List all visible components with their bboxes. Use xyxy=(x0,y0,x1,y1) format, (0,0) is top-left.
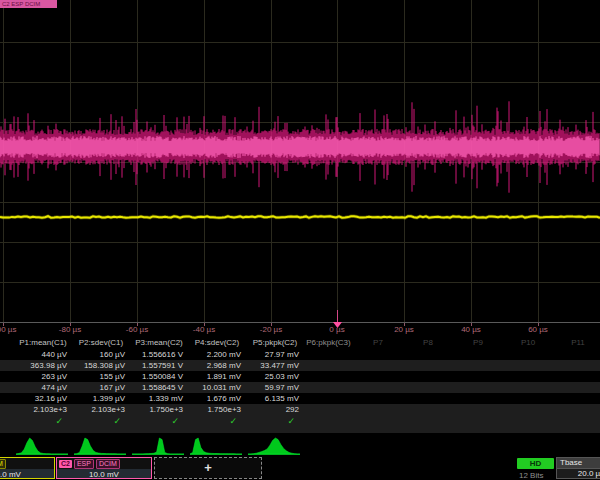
c1-vertical-scale: 50.0 mV xyxy=(0,469,54,479)
measure-header[interactable]: P11 xyxy=(553,337,600,349)
measure-header[interactable]: P10 xyxy=(503,337,553,349)
timebase-descriptor[interactable]: Tbase 20.0 µs xyxy=(556,457,600,479)
measure-column-p3: P3:mean(C2)1.556616 V1.557591 V1.550084 … xyxy=(130,337,188,433)
measure-column-p11: P11 xyxy=(553,337,600,433)
histicon-p2[interactable] xyxy=(74,438,126,455)
measure-value: 160 µV xyxy=(72,349,130,360)
channel-descriptor-c1[interactable]: ESP DCIM 50.0 mV xyxy=(0,457,55,479)
measure-max: 10.031 mV xyxy=(188,382,246,393)
measure-header[interactable]: P7 xyxy=(353,337,403,349)
measure-min: 25.03 mV xyxy=(246,371,304,382)
measure-column-p5: P5:pkpk(C2)27.97 mV33.477 mV25.03 mV59.9… xyxy=(246,337,304,433)
measure-mean: 363.98 µV xyxy=(14,360,72,371)
measure-num: 292 xyxy=(246,404,304,415)
c1-tags: ESP DCIM xyxy=(0,458,54,469)
measure-num: 2.103e+3 xyxy=(72,404,130,415)
time-tick-label: -60 µs xyxy=(126,325,148,334)
measure-num: 2.103e+3 xyxy=(14,404,72,415)
measure-column-p1: P1:mean(C1)440 µV363.98 µV263 µV474 µV32… xyxy=(14,337,72,433)
measure-value: 440 µV xyxy=(14,349,72,360)
trace-annotation-badge: C2 ESP DCIM xyxy=(0,0,57,8)
c2-tags: C2 ESP DCIM xyxy=(57,458,151,469)
histicon-p1[interactable] xyxy=(16,438,68,455)
measure-value: 2.200 mV xyxy=(188,349,246,360)
time-axis-labels: -100 µs-80 µs-60 µs-40 µs-20 µs0 µs20 µs… xyxy=(0,325,548,334)
measure-column-p8: P8 xyxy=(403,337,453,433)
measure-header[interactable]: P8 xyxy=(403,337,453,349)
measure-min: 155 µV xyxy=(72,371,130,382)
time-tick-label: 40 µs xyxy=(461,325,481,334)
histicon-p4[interactable] xyxy=(190,438,242,455)
measurement-table: P1:mean(C1)440 µV363.98 µV263 µV474 µV32… xyxy=(0,337,600,433)
waveform-c1[interactable] xyxy=(0,216,600,218)
measure-sdev: 1.339 mV xyxy=(130,393,188,404)
channel-descriptor-c2[interactable]: C2 ESP DCIM 10.0 mV xyxy=(56,457,152,479)
measure-mean: 2.968 mV xyxy=(188,360,246,371)
measure-column-p10: P10 xyxy=(503,337,553,433)
waveform-plot-area: -100 µs-80 µs-60 µs-40 µs-20 µs0 µs20 µs… xyxy=(0,0,600,337)
measure-max: 1.558645 V xyxy=(130,382,188,393)
measure-value: 27.97 mV xyxy=(246,349,304,360)
measure-header[interactable]: P9 xyxy=(453,337,503,349)
measure-num: 1.750e+3 xyxy=(188,404,246,415)
timebase-value: 20.0 µs xyxy=(557,469,600,479)
time-tick-label: -80 µs xyxy=(59,325,81,334)
measure-header[interactable]: P2:sdev(C1) xyxy=(72,337,130,349)
measure-header[interactable]: P3:mean(C2) xyxy=(130,337,188,349)
measure-sdev: 1.399 µV xyxy=(72,393,130,404)
c2-channel-label: C2 xyxy=(59,460,72,468)
histicon-strip xyxy=(0,433,600,458)
measure-max: 474 µV xyxy=(14,382,72,393)
status-check-icon: ✓ xyxy=(14,415,72,433)
measure-column-p9: P9 xyxy=(453,337,503,433)
measure-header[interactable]: P5:pkpk(C2) xyxy=(246,337,304,349)
measure-sdev: 6.135 mV xyxy=(246,393,304,404)
status-check-icon: ✓ xyxy=(188,415,246,433)
timebase-title: Tbase xyxy=(557,458,600,469)
add-trace-button[interactable]: + xyxy=(154,457,262,479)
measure-header[interactable]: P1:mean(C1) xyxy=(14,337,72,349)
measure-column-p6: P6:pkpk(C3) xyxy=(304,337,353,433)
measure-min: 263 µV xyxy=(14,371,72,382)
time-tick-label: -20 µs xyxy=(260,325,282,334)
measure-sdev: 1.676 mV xyxy=(188,393,246,404)
time-tick-label: -40 µs xyxy=(193,325,215,334)
time-tick-label: -100 µs xyxy=(0,325,16,334)
status-check-icon: ✓ xyxy=(130,415,188,433)
c1-tag-dcim: DCIM xyxy=(0,459,6,469)
bottom-descriptor-bar: ESP DCIM 50.0 mV C2 ESP DCIM 10.0 mV + H… xyxy=(0,457,600,480)
hd-bits-label: 12 Bits xyxy=(519,471,543,480)
hd-mode-badge[interactable]: HD xyxy=(517,458,554,469)
time-tick-label: 20 µs xyxy=(394,325,414,334)
measure-mean: 33.477 mV xyxy=(246,360,304,371)
plus-icon: + xyxy=(204,460,212,475)
measure-column-p7: P7 xyxy=(353,337,403,433)
c2-vertical-scale: 10.0 mV xyxy=(57,469,151,479)
measure-max: 167 µV xyxy=(72,382,130,393)
measure-mean: 158.308 µV xyxy=(72,360,130,371)
time-tick-label: 60 µs xyxy=(528,325,548,334)
measure-min: 1.550084 V xyxy=(130,371,188,382)
measure-column-p2: P2:sdev(C1)160 µV158.308 µV155 µV167 µV1… xyxy=(72,337,130,433)
measure-max: 59.97 mV xyxy=(246,382,304,393)
measure-value: 1.556616 V xyxy=(130,349,188,360)
measure-min: 1.891 mV xyxy=(188,371,246,382)
status-check-icon: ✓ xyxy=(246,415,304,433)
c2-tag-esp: ESP xyxy=(74,459,94,469)
measure-sdev: 32.16 µV xyxy=(14,393,72,404)
oscilloscope-screen: -100 µs-80 µs-60 µs-40 µs-20 µs0 µs20 µs… xyxy=(0,0,600,480)
measure-mean: 1.557591 V xyxy=(130,360,188,371)
measure-column-p4: P4:sdev(C2)2.200 mV2.968 mV1.891 mV10.03… xyxy=(188,337,246,433)
measure-header[interactable]: P4:sdev(C2) xyxy=(188,337,246,349)
c2-tag-dcim: DCIM xyxy=(96,459,120,469)
measure-header[interactable]: P6:pkpk(C3) xyxy=(304,337,353,349)
status-check-icon: ✓ xyxy=(72,415,130,433)
waveform-c2[interactable] xyxy=(0,101,599,192)
histicon-p5[interactable] xyxy=(248,438,300,455)
measure-num: 1.750e+3 xyxy=(130,404,188,415)
histicon-p3[interactable] xyxy=(132,438,184,455)
